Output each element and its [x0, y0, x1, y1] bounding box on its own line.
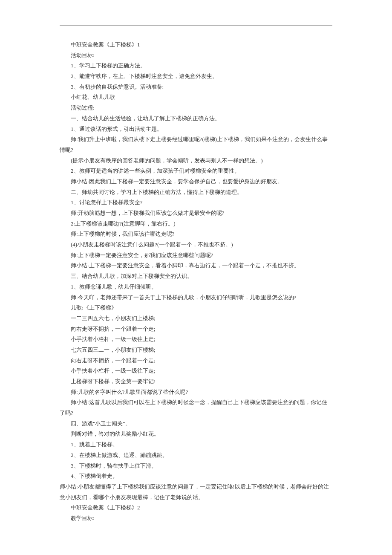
paragraph: 1、通过谈话的形式，引出活动主题。	[60, 124, 332, 135]
paragraph: 判断对错，答对的幼儿奖励小红花。	[60, 429, 332, 439]
paragraph: 师:上下楼梯一定要注意安全，那我们应该注意哪些问题呢?	[60, 250, 332, 261]
paragraph: 师:儿歌的名字叫什么?儿歌里面都说了些什么呢?	[60, 387, 332, 398]
paragraph: 向右走呀不拥挤，一个跟着一个走;	[60, 356, 332, 366]
paragraph: 1、学习上下楼梯的正确方法。	[60, 61, 332, 71]
paragraph: 1、跳着上下楼梯。	[60, 439, 332, 450]
document-body: 中班安全教案《上下楼梯》1活动目标:1、学习上下楼梯的正确方法。2、能遵守秩序，…	[60, 40, 332, 524]
paragraph: (4)小朋友走楼梯时该注意什么问题?(一个跟着一个，不推也不挤。)	[60, 240, 332, 250]
paragraph: 四、游戏"小卫士闯关"。	[60, 419, 332, 429]
paragraph: 师:今天吖，老师还带来了一首关于上下楼梯的儿歌，小朋友们仔细听听，儿歌里是怎么说…	[60, 292, 332, 303]
document-page: 中班安全教案《上下楼梯》1活动目标:1、学习上下楼梯的正确方法。2、能遵守秩序，…	[30, 0, 362, 541]
paragraph: 向右走呀不拥挤，一个跟着一个走;	[60, 324, 332, 335]
paragraph: 小手扶着小栏杆，一级一级往上走;	[60, 334, 332, 345]
paragraph: 师小结:这首儿歌以后我们可以在上下楼梯的时候念一念，提醒自己上下楼梯应该需要注意…	[60, 397, 332, 418]
paragraph: 上楼梯呀下楼梯，安全第一要牢记!	[60, 376, 332, 387]
paragraph: 师:开动脑筋想一想，上下楼梯我们应该怎么做才是最安全的呢?	[60, 208, 332, 219]
paragraph: 教学目标:	[60, 513, 332, 524]
paragraph: 师:我们升上中班啦，我们从楼下走上楼要经过哪里呢?(楼梯)上下楼梯，我们如果不注…	[60, 134, 332, 155]
paragraph: 3、有初步的自我保护意识。活动准备:	[60, 82, 332, 92]
paragraph: 一二三四五六七，小朋友们上楼梯;	[60, 313, 332, 324]
paragraph: 一、结合幼儿的生活经验，让幼儿了解上下楼梯的正确方法。	[60, 113, 332, 124]
paragraph: 小手扶着小栏杆，一级一级往下走;	[60, 366, 332, 376]
paragraph: (提示小朋友有秩序的回答老师的问题，学会倾听，发表与别人不一样的想法。)	[60, 156, 332, 166]
paragraph: 七六五四三二一，小朋友们下楼梯;	[60, 345, 332, 356]
paragraph: 4、下楼梯倒着走。	[60, 471, 332, 482]
paragraph: 三、结合幼儿儿歌，加深对上下楼梯安全的认识。	[60, 271, 332, 282]
paragraph: 师:上下楼梯的时候，我们应该往哪边走呢?	[60, 229, 332, 240]
paragraph: 师小结:上下楼梯一定要注意安全，看着小脚印，靠右边行走，一个跟着一个走，不推也不…	[60, 260, 332, 271]
paragraph: 小红花、幼儿儿歌	[60, 92, 332, 103]
paragraph: 活动过程:	[60, 103, 332, 113]
paragraph: 师小结:因此我们上下楼梯一定要注意安全，要学会保护自己，也要爱护身边的好朋友。	[60, 176, 332, 187]
paragraph: 2、能遵守秩序，在上、下楼梯时注意安全，避免意外发生。	[60, 71, 332, 82]
paragraph: 儿歌:《上下楼梯》	[60, 303, 332, 313]
horizontal-rule	[60, 26, 332, 26]
paragraph: 中班安全教案《上下楼梯》1	[60, 40, 332, 50]
paragraph: 活动目标:	[60, 50, 332, 61]
paragraph: 2、教师可是适当的讲述一些实例，加深孩子们对楼梯安全的重要性。	[60, 166, 332, 176]
paragraph: 二、师幼共同讨论，学习上下楼梯的正确方法，懂得上下楼梯的道理。	[60, 187, 332, 198]
paragraph: 中班安全教案《上下楼梯》2	[60, 503, 332, 513]
paragraph: 2:上下楼梯该走哪边?(注意脚印，靠右行。)	[60, 219, 332, 229]
paragraph: 1、讨论怎样上下楼梯最安全?	[60, 197, 332, 208]
paragraph: 2、在楼梯上做游戏、追逐、蹦蹦跳跳。	[60, 450, 332, 461]
paragraph: 1、教师念诵儿歌，幼儿仔细倾听。	[60, 282, 332, 292]
paragraph: 3、下楼梯时，骑在扶手上往下滑。	[60, 461, 332, 471]
paragraph: 师小结:小朋友都懂得了上下楼梯我们应该注意的问题了，一定要记住咯!以后上下楼梯的…	[60, 482, 332, 503]
